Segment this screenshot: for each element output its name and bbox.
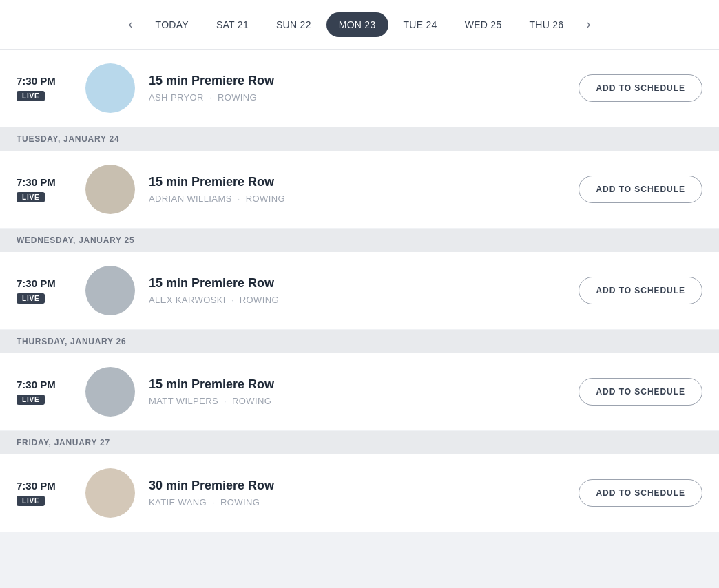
discipline: ROWING — [218, 92, 257, 103]
class-info: 30 min Premiere Row KATIE WANG · ROWING — [149, 479, 565, 507]
class-time: 7:30 PM — [17, 480, 56, 492]
nav-days: TODAYSAT 21SUN 22MON 23TUE 24WED 25THU 2… — [143, 12, 576, 37]
class-title: 15 min Premiere Row — [149, 377, 565, 392]
nav-day-sun22[interactable]: SUN 22 — [264, 12, 324, 37]
nav-day-sat21[interactable]: SAT 21 — [204, 12, 261, 37]
class-title: 15 min Premiere Row — [149, 74, 565, 88]
nav-day-mon23[interactable]: MON 23 — [326, 12, 388, 37]
add-to-schedule-button[interactable]: ADD TO SCHEDULE — [579, 378, 702, 406]
meta-separator: · — [238, 193, 240, 204]
class-info: 15 min Premiere Row ADRIAN WILLIAMS · RO… — [149, 175, 565, 204]
instructor-avatar — [85, 266, 135, 315]
section-header-friday: FRIDAY, JANUARY 27 — [0, 431, 719, 454]
class-meta: ALEX KARWOSKI · ROWING — [149, 295, 565, 305]
class-meta: KATIE WANG · ROWING — [149, 497, 565, 507]
class-time: 7:30 PM — [17, 75, 56, 87]
time-block: 7:30 PM LIVE — [17, 379, 72, 405]
time-block: 7:30 PM LIVE — [17, 75, 72, 101]
discipline: ROWING — [220, 497, 260, 507]
schedule-content: 7:30 PM LIVE 15 min Premiere Row ASH PRY… — [0, 50, 719, 532]
class-card-thu-class: 7:30 PM LIVE 15 min Premiere Row MATT WI… — [0, 353, 719, 431]
discipline: ROWING — [246, 193, 285, 204]
class-meta: ADRIAN WILLIAMS · ROWING — [149, 193, 565, 204]
meta-separator: · — [224, 396, 227, 406]
instructor-name: ASH PRYOR — [149, 92, 204, 103]
add-to-schedule-button[interactable]: ADD TO SCHEDULE — [579, 74, 702, 102]
class-time: 7:30 PM — [17, 379, 56, 390]
meta-separator: · — [209, 92, 212, 103]
next-arrow[interactable]: › — [576, 12, 601, 37]
nav-day-tue24[interactable]: TUE 24 — [391, 12, 450, 37]
time-block: 7:30 PM LIVE — [17, 176, 72, 202]
meta-separator: · — [231, 295, 234, 305]
instructor-avatar — [85, 468, 135, 518]
nav-bar: ‹ TODAYSAT 21SUN 22MON 23TUE 24WED 25THU… — [0, 0, 719, 50]
live-badge: LIVE — [17, 293, 45, 304]
class-card-tue-class: 7:30 PM LIVE 15 min Premiere Row ADRIAN … — [0, 151, 719, 229]
add-to-schedule-button[interactable]: ADD TO SCHEDULE — [579, 479, 702, 507]
live-badge: LIVE — [17, 496, 45, 506]
discipline: ROWING — [232, 396, 271, 406]
meta-separator: · — [212, 497, 215, 507]
class-time: 7:30 PM — [17, 176, 56, 188]
class-meta: ASH PRYOR · ROWING — [149, 92, 565, 103]
class-time: 7:30 PM — [17, 277, 56, 289]
class-title: 15 min Premiere Row — [149, 276, 565, 291]
class-card-wed-class: 7:30 PM LIVE 15 min Premiere Row ALEX KA… — [0, 252, 719, 330]
time-block: 7:30 PM LIVE — [17, 277, 72, 304]
class-card-fri-class: 7:30 PM LIVE 30 min Premiere Row KATIE W… — [0, 454, 719, 532]
nav-day-wed25[interactable]: WED 25 — [452, 12, 514, 37]
class-info: 15 min Premiere Row ALEX KARWOSKI · ROWI… — [149, 276, 565, 305]
live-badge: LIVE — [17, 91, 45, 101]
prev-arrow[interactable]: ‹ — [118, 12, 143, 37]
instructor-name: ALEX KARWOSKI — [149, 295, 226, 305]
class-info: 15 min Premiere Row MATT WILPERS · ROWIN… — [149, 377, 565, 406]
class-info: 15 min Premiere Row ASH PRYOR · ROWING — [149, 74, 565, 103]
section-header-thursday: THURSDAY, JANUARY 26 — [0, 330, 719, 353]
class-title: 15 min Premiere Row — [149, 175, 565, 189]
discipline: ROWING — [240, 295, 279, 305]
add-to-schedule-button[interactable]: ADD TO SCHEDULE — [579, 176, 702, 203]
instructor-avatar — [85, 367, 135, 417]
class-title: 30 min Premiere Row — [149, 479, 565, 493]
class-card-mon-class: 7:30 PM LIVE 15 min Premiere Row ASH PRY… — [0, 50, 719, 127]
add-to-schedule-button[interactable]: ADD TO SCHEDULE — [579, 277, 702, 304]
section-header-wednesday: WEDNESDAY, JANUARY 25 — [0, 229, 719, 252]
nav-day-thu26[interactable]: THU 26 — [517, 12, 576, 37]
instructor-avatar — [85, 63, 135, 113]
time-block: 7:30 PM LIVE — [17, 480, 72, 506]
section-header-tuesday: TUESDAY, JANUARY 24 — [0, 127, 719, 151]
nav-day-today[interactable]: TODAY — [143, 12, 201, 37]
live-badge: LIVE — [17, 395, 45, 405]
instructor-name: MATT WILPERS — [149, 396, 218, 406]
instructor-avatar — [85, 165, 135, 214]
instructor-name: KATIE WANG — [149, 497, 207, 507]
class-meta: MATT WILPERS · ROWING — [149, 396, 565, 406]
instructor-name: ADRIAN WILLIAMS — [149, 193, 232, 204]
live-badge: LIVE — [17, 192, 45, 202]
